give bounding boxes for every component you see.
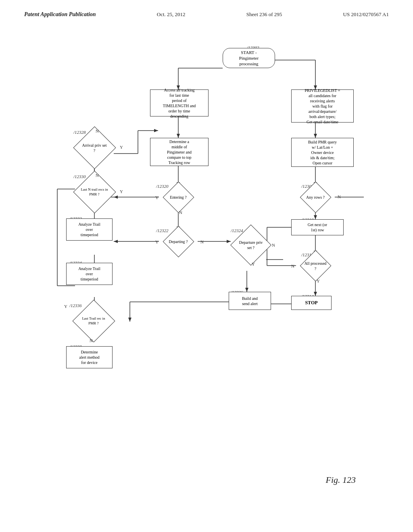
svg-marker-33: [227, 240, 231, 243]
patent-label: US 2012/0270567 A1: [343, 11, 389, 18]
publication-label: Patent Application Publication: [24, 11, 96, 18]
figure-label: Fig. 123: [325, 475, 356, 485]
node-12304: PRIVILEGEDLIST = all candidates for rece…: [291, 89, 354, 123]
yn-12320-n: N: [179, 210, 182, 215]
yn-12328-n: N: [96, 129, 99, 133]
node-12314: STOP: [291, 296, 332, 310]
node-12310: Get next (or 1st) row: [291, 219, 344, 235]
yn-12322-y: Y: [155, 239, 159, 244]
yn-12320-y: Y: [155, 195, 159, 200]
node-12320: Entering ?: [158, 186, 198, 208]
yn-12330-n: N: [96, 173, 99, 178]
node-12306: Build PMR query w/ Lat/Lon + Owner devic…: [291, 138, 354, 167]
svg-marker-35: [245, 288, 248, 292]
date-label: Oct. 25, 2012: [157, 11, 186, 18]
svg-marker-31: [114, 240, 118, 243]
yn-12312-y: Y: [317, 278, 320, 283]
yn-12330-y: Y: [120, 189, 123, 194]
svg-marker-16: [314, 292, 317, 296]
svg-marker-23: [177, 134, 180, 138]
node-12308: Any rows ?: [294, 186, 336, 208]
flowchart-diagram: /12302 START - Pingimeter processing /12…: [33, 30, 380, 497]
node-12302: START - Pingimeter processing: [223, 48, 275, 68]
node-12312: All processed ?: [294, 255, 336, 277]
node-12336: Last Trail rec in PMR ?: [69, 306, 118, 336]
yn-12328-y: Y: [120, 145, 123, 150]
yn-12324-y: Y: [252, 262, 255, 266]
yn-12336-y: Y: [64, 304, 67, 309]
svg-marker-39: [128, 318, 131, 322]
node-12316: Access all tracking for last time period…: [150, 89, 209, 116]
sheet-label: Sheet 236 of 295: [246, 11, 282, 18]
yn-12336-n: N: [90, 338, 93, 343]
yn-12324-n: N: [272, 243, 275, 247]
node-12328: Arrival priv set ?: [73, 133, 115, 163]
yn-12322-n: N: [200, 239, 204, 244]
svg-marker-56: [154, 129, 158, 132]
node-12334: Analyze Trail over timeperiod: [66, 263, 113, 285]
node-12318: Determine a middle of Pingimeter and com…: [150, 138, 209, 166]
yn-12308-n: N: [338, 194, 341, 199]
node-12338: Determine alert method for device: [66, 346, 113, 368]
node-12330: Last N trail recs in PMR ?: [73, 177, 115, 207]
node-12322: Departing ?: [158, 231, 198, 253]
page-header: Patent Application Publication Oct. 25, …: [0, 0, 413, 22]
yn-12312-n: N: [291, 264, 294, 268]
node-12324: Departure priv set ?: [231, 231, 271, 260]
node-12326: Build and send alert: [229, 292, 271, 310]
node-12332: Analyze Trail over timeperiod: [66, 218, 113, 241]
svg-marker-12: [314, 215, 317, 219]
